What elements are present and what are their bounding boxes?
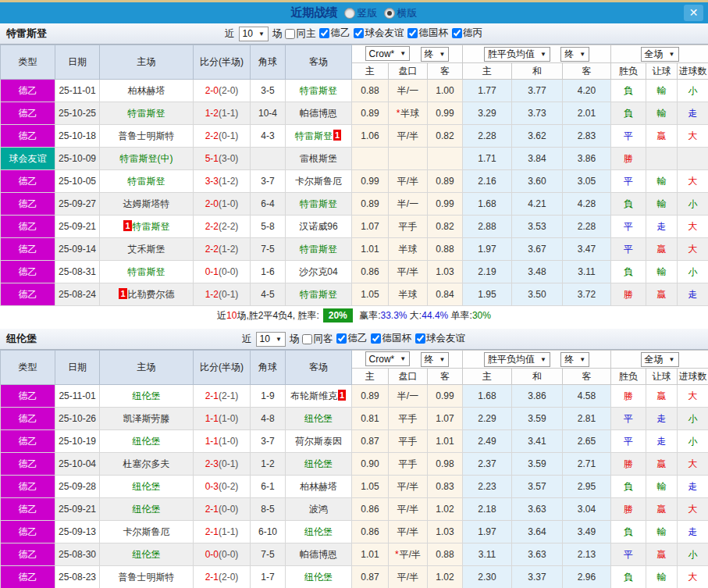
league-checkbox[interactable] (407, 28, 418, 38)
team-name-link[interactable]: 艾禾斯堡 (128, 244, 165, 255)
close-button[interactable]: ✕ (684, 5, 703, 21)
avg-select[interactable]: 胜平负均值▼ (484, 352, 550, 367)
card-badge: 1 (123, 220, 131, 231)
league-checkbox[interactable] (354, 28, 364, 38)
odds-final-select[interactable]: 终▼ (421, 47, 450, 62)
avg-away-cell: 2.71 (563, 453, 611, 476)
avg-final-select[interactable]: 终▼ (560, 47, 589, 62)
same-venue-filter[interactable]: 同主 (282, 27, 315, 41)
team-name-link[interactable]: 纽伦堡 (133, 481, 161, 492)
avg-final-select[interactable]: 终▼ (560, 352, 589, 367)
scope-select[interactable]: 全场▼ (641, 47, 679, 62)
team-name-link[interactable]: 纽伦堡 (304, 458, 333, 469)
team-name-link[interactable]: 纽伦堡 (304, 526, 333, 537)
league-filter[interactable]: 德国杯 (404, 27, 448, 40)
odds-company-select[interactable]: Crow*▼ (365, 46, 411, 61)
home-odds-cell: 0.88 (352, 80, 389, 102)
team-name-link[interactable]: 汉诺威96 (299, 221, 337, 232)
away-team-cell: 特雷斯登1 (286, 125, 352, 148)
team-name-link[interactable]: 纽伦堡 (133, 390, 161, 401)
layout-radio-horizontal[interactable]: 横版 (384, 6, 418, 20)
team-name-link[interactable]: 柏林赫塔 (300, 481, 337, 492)
team-name-link[interactable]: 纽伦堡 (133, 549, 161, 560)
league-filter[interactable]: 球会友谊 (412, 332, 465, 345)
avg-select[interactable]: 胜平负均值▼ (484, 47, 550, 62)
team-name-link[interactable]: 荷尔斯泰因 (295, 436, 342, 447)
team-name-link[interactable]: 纽伦堡 (304, 572, 333, 583)
league-filter-label: 德丙 (463, 27, 482, 40)
same-venue-filter[interactable]: 同客 (299, 333, 333, 346)
league-filter[interactable]: 德乙 (333, 332, 367, 345)
col-away: 客场 (286, 351, 352, 385)
score-cell: 1-2(1-1) (194, 102, 251, 125)
team-name-link[interactable]: 特雷斯登 (300, 244, 337, 255)
team-name-link[interactable]: 特雷斯登 (128, 108, 165, 119)
team-name-link[interactable]: 雷根斯堡 (300, 153, 337, 164)
team-name-link[interactable]: 特雷斯登 (128, 176, 165, 187)
radio-icon[interactable] (344, 8, 355, 19)
team-name-link[interactable]: 普鲁士明斯特 (119, 572, 175, 583)
league-checkbox[interactable] (319, 28, 329, 38)
goals-result-cell: 小 (678, 543, 708, 566)
radio-icon[interactable] (384, 8, 395, 19)
league-cell: 德乙 (1, 261, 55, 283)
avg-draw-cell: 3.59 (512, 408, 563, 430)
team-name-link[interactable]: 特雷斯登 (300, 289, 337, 300)
goals-result-cell: 大 (678, 453, 708, 476)
subcol-goals: 进球数 (678, 63, 708, 80)
team-name-link[interactable]: 特雷斯登(中) (120, 153, 173, 164)
team-name-link[interactable]: 杜塞尔多夫 (123, 458, 170, 469)
near-label: 近 (242, 333, 252, 346)
team-name-link[interactable]: 比勒费尔德 (128, 289, 175, 300)
league-checkbox[interactable] (371, 333, 381, 344)
games-count-select[interactable]: 10▼ (239, 27, 269, 41)
corners-cell: 7-5 (251, 543, 286, 566)
league-filter[interactable]: 德丙 (449, 27, 482, 40)
away-odds-cell: 0.88 (428, 238, 463, 261)
games-count-select[interactable]: 10▼ (256, 332, 286, 347)
team-name-link[interactable]: 纽伦堡 (133, 436, 161, 447)
avg-away-cell: 2.01 (563, 102, 611, 125)
league-filter[interactable]: 德乙 (316, 27, 350, 40)
team-name-link[interactable]: 纽伦堡 (304, 413, 333, 424)
league-filter[interactable]: 德国杯 (368, 332, 411, 345)
team-name-link[interactable]: 卡尔斯鲁厄 (123, 526, 170, 537)
team-name-link[interactable]: 普鲁士明斯特 (119, 130, 175, 141)
league-cell: 德乙 (1, 125, 55, 148)
league-checkbox[interactable] (452, 28, 462, 38)
score-cell: 2-3(0-1) (194, 453, 251, 476)
league-checkbox[interactable] (415, 333, 425, 344)
league-cell: 德乙 (1, 193, 55, 216)
team-name-link[interactable]: 布轮斯维克 (290, 390, 337, 401)
games-count-value: 10 (260, 333, 270, 344)
league-filter[interactable]: 球会友谊 (350, 27, 404, 40)
away-team-cell: 汉诺威96 (286, 216, 352, 238)
team-name-link[interactable]: 卡尔斯鲁厄 (295, 176, 342, 187)
team-name-link[interactable]: 特雷斯登 (133, 221, 170, 232)
team-name-link[interactable]: 特雷斯登 (295, 130, 333, 141)
odds-final-select[interactable]: 终▼ (421, 352, 450, 367)
team-name-link[interactable]: 波鸿 (309, 504, 328, 515)
team-name-link[interactable]: 特雷斯登 (128, 266, 165, 277)
away-team-cell: 纽伦堡 (286, 566, 352, 588)
date-cell: 25-11-01 (55, 80, 100, 102)
team-name-link[interactable]: 达姆斯塔特 (123, 198, 170, 209)
team-name-link[interactable]: 凯泽斯劳滕 (123, 413, 170, 424)
team-name-link[interactable]: 纽伦堡 (133, 504, 161, 515)
team-name-link[interactable]: 柏林赫塔 (128, 85, 165, 96)
same-venue-checkbox[interactable] (285, 29, 295, 39)
team-name-link[interactable]: 特雷斯登 (300, 198, 337, 209)
odds-company-select[interactable]: Crow*▼ (365, 351, 411, 366)
scope-select[interactable]: 全场▼ (641, 352, 679, 367)
half-score: (2-1) (219, 390, 238, 401)
team-name-link[interactable]: 沙尔克04 (299, 266, 337, 277)
goals-result-cell: 小 (678, 193, 708, 216)
result-cell: 負 (611, 80, 646, 102)
team-name-link[interactable]: 帕德博恩 (300, 108, 337, 119)
same-venue-checkbox[interactable] (302, 334, 312, 344)
team-name-link[interactable]: 帕德博恩 (300, 549, 337, 560)
team-name-link[interactable]: 特雷斯登 (300, 85, 337, 96)
layout-radio-vertical[interactable]: 竖版 (344, 6, 378, 20)
avg-home-cell: 2.29 (463, 408, 512, 430)
league-checkbox[interactable] (336, 333, 347, 344)
